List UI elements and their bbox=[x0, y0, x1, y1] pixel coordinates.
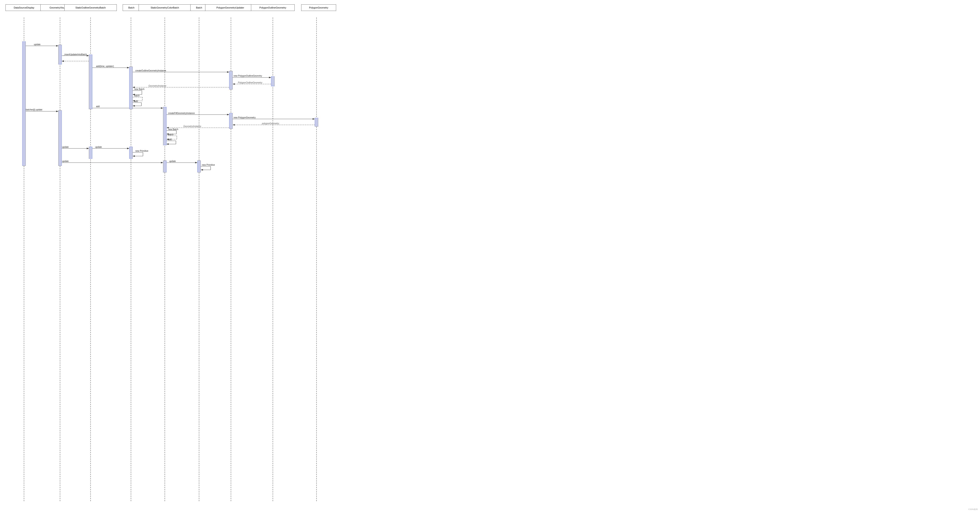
activation-PolygonOutlineGeometry bbox=[271, 76, 275, 86]
msg-new-polygongeometry: new PolygonGeometry bbox=[234, 116, 256, 119]
activation-PolygonGeometry bbox=[315, 118, 318, 127]
activation-StaticOutlineGeometryBatch-1 bbox=[89, 54, 92, 109]
activation-StaticOutlineGeometryBatch-2 bbox=[89, 147, 92, 159]
diagram-container: DataSourceDisplay GeometryVisualizer Sta… bbox=[0, 0, 980, 513]
activation-Batch1-2 bbox=[129, 147, 133, 159]
msg-update-3: update bbox=[95, 146, 102, 148]
msg-polygonoutline-return: PolygonOutlineGeometry bbox=[238, 81, 262, 84]
lifeline-Batch1: Batch bbox=[123, 4, 140, 11]
activation-StaticGeometryColorBatch-1 bbox=[163, 107, 167, 145]
activation-GeometryVisualizer-1 bbox=[58, 45, 62, 64]
msg-geometryinstance-1: GeometryInstance bbox=[148, 85, 166, 87]
msg-batch-2: batch bbox=[168, 133, 173, 136]
msg-add-2: add bbox=[96, 105, 100, 108]
msg-new-batch-1: new Batch bbox=[134, 88, 145, 90]
activation-GeometryVisualizer-2 bbox=[58, 110, 62, 166]
msg-add-1: add bbox=[134, 100, 138, 102]
msg-insertUpdater: _insertUpdaterIntoBatch bbox=[63, 53, 87, 56]
msg-update-4: update bbox=[62, 160, 69, 163]
lifeline-PolygonGeometry: PolygonGeometry bbox=[301, 4, 336, 11]
msg-update-2: update bbox=[62, 146, 69, 148]
msg-new-primitive-1: new Primitive bbox=[135, 150, 148, 152]
lifeline-StaticGeometryColorBatch: StaticGeometryColorBatch bbox=[138, 4, 191, 11]
activation-PolygonGeometryUpdater-2 bbox=[229, 113, 233, 129]
msg-new-polygonoutline: new PolygonOutlineGeomrtry bbox=[234, 75, 262, 77]
activation-StaticGeometryColorBatch-2 bbox=[163, 161, 167, 172]
lifeline-StaticOutlineGeometryBatch: StaticOutlineGeometryBatch bbox=[64, 4, 117, 11]
lifeline-PolygonGeometryUpdater: PolygonGeometryUpdater bbox=[205, 4, 255, 11]
activation-Batch1-1 bbox=[129, 67, 133, 109]
lifeline-DataSourceDisplay: DataSourceDisplay bbox=[5, 4, 43, 11]
msg-polygongeometry-return: polygonGeometry bbox=[262, 122, 279, 125]
msg-createOutline: createOutlineGeometryInstance bbox=[135, 69, 166, 72]
msg-new-primitive-2: new Primitive bbox=[202, 164, 215, 166]
msg-createFill: createFillGeometryInstance bbox=[168, 112, 195, 115]
msg-new-batch-2: new Batch bbox=[168, 128, 178, 131]
msg-update-1: update bbox=[34, 43, 41, 46]
msg-batches-update: batches[i].update bbox=[26, 108, 42, 111]
msg-add-time-updater: add(time, updater) bbox=[96, 65, 114, 67]
msg-add-3: add bbox=[168, 138, 172, 140]
lifeline-PolygonOutlineGeometry: PolygonOutlineGeometry bbox=[251, 4, 295, 11]
watermark: CSDN发布 bbox=[968, 508, 978, 511]
msg-geometryinstance-2: GeometryInstance bbox=[183, 125, 201, 127]
activation-DataSourceDisplay bbox=[22, 41, 26, 166]
msg-update-5: update bbox=[169, 160, 176, 163]
activation-PolygonGeometryUpdater-1 bbox=[229, 71, 233, 89]
msg-batch-1: batch bbox=[134, 94, 140, 97]
activation-Batch2 bbox=[197, 161, 201, 172]
arrows-svg bbox=[0, 0, 980, 513]
